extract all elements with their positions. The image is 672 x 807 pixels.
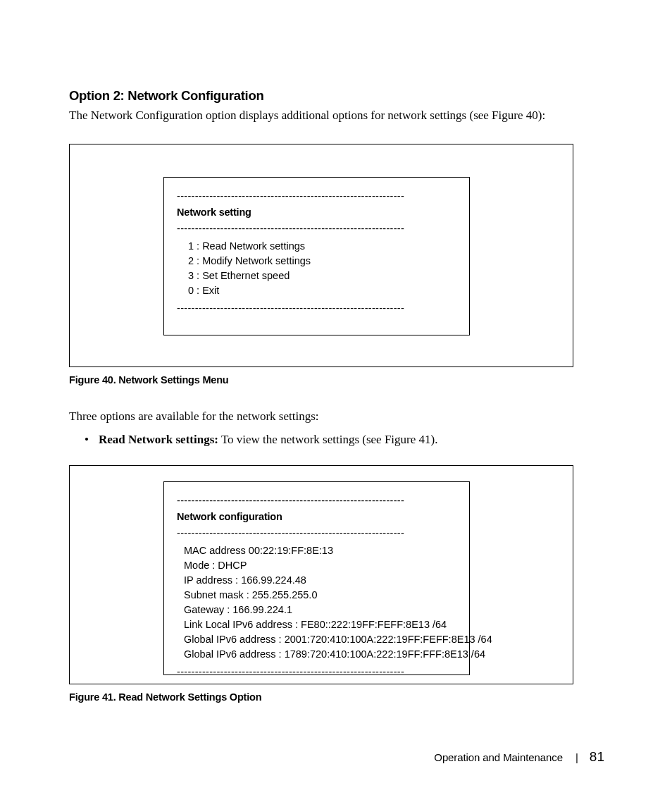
config-global1: Global IPv6 address : 2001:720:410:100A:… (184, 632, 456, 647)
bullet-rest: To view the network settings (see Figure… (218, 433, 438, 446)
footer-separator: | (575, 751, 578, 763)
mid-text: Three options are available for the netw… (69, 409, 605, 425)
config-mac: MAC address 00:22:19:FF:8E:13 (184, 543, 456, 558)
figure-40-inner: ----------------------------------------… (163, 177, 470, 335)
section-heading: Option 2: Network Configuration (69, 88, 605, 104)
bullet-text: Read Network settings: To view the netwo… (99, 432, 438, 448)
config-mode: Mode : DHCP (184, 558, 456, 573)
page-footer: Operation and Maintenance | 81 (434, 749, 604, 765)
footer-section: Operation and Maintenance (434, 751, 563, 763)
figure-41-inner: ----------------------------------------… (163, 481, 470, 675)
config-global2: Global IPv6 address : 1789:720:410:100A:… (184, 647, 456, 662)
bullet-marker: • (85, 432, 89, 448)
config-gateway: Gateway : 166.99.224.1 (184, 603, 456, 617)
figure-40-frame: ----------------------------------------… (69, 144, 573, 367)
divider-line: ----------------------------------------… (177, 665, 456, 679)
figure-40-title: Network setting (177, 205, 456, 220)
intro-text: The Network Configuration option display… (69, 108, 605, 124)
menu-option-ethernet: 3 : Set Ethernet speed (188, 269, 456, 283)
footer-page-number: 81 (590, 749, 604, 765)
config-subnet: Subnet mask : 255.255.255.0 (184, 588, 456, 603)
menu-option-exit: 0 : Exit (188, 283, 456, 298)
figure-41-frame: ----------------------------------------… (69, 465, 573, 684)
divider-line: ----------------------------------------… (177, 189, 456, 204)
config-linklocal: Link Local IPv6 address : FE80::222:19FF… (184, 617, 456, 632)
divider-line: ----------------------------------------… (177, 526, 456, 541)
menu-option-read: 1 : Read Network settings (188, 239, 456, 254)
menu-option-modify: 2 : Modify Network settings (188, 254, 456, 269)
divider-line: ----------------------------------------… (177, 221, 456, 236)
config-ip: IP address : 166.99.224.48 (184, 573, 456, 588)
bullet-read-network: • Read Network settings: To view the net… (85, 432, 605, 448)
divider-line: ----------------------------------------… (177, 301, 456, 316)
figure-41-title: Network configuration (177, 510, 456, 524)
figure-40-caption: Figure 40. Network Settings Menu (69, 374, 605, 386)
bullet-bold: Read Network settings: (99, 433, 218, 446)
figure-41-caption: Figure 41. Read Network Settings Option (69, 691, 605, 703)
divider-line: ----------------------------------------… (177, 493, 456, 508)
